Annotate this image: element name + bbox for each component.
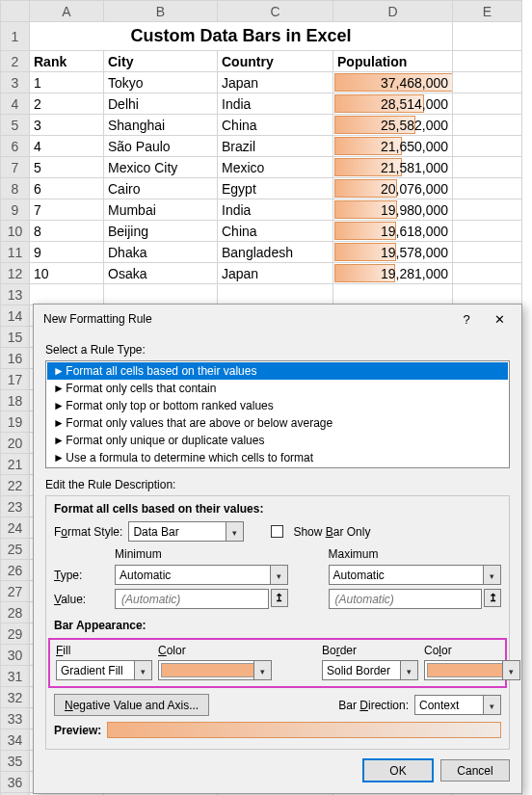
rule-type-item[interactable]: ► Format only cells that contain [47, 380, 508, 397]
cell[interactable] [453, 242, 522, 263]
row-header[interactable]: 32 [1, 687, 30, 708]
cell-population[interactable]: 19,980,000 [333, 199, 453, 221]
max-value-picker[interactable] [484, 589, 501, 607]
cell[interactable] [453, 157, 522, 178]
cell-city[interactable]: Mexico City [104, 157, 218, 178]
cell-city[interactable]: Cairo [104, 178, 218, 199]
cell-rank[interactable]: 3 [30, 115, 104, 136]
cell-country[interactable]: Egypt [218, 178, 333, 199]
cell[interactable] [453, 93, 522, 115]
cell-city[interactable]: Shanghai [104, 115, 218, 136]
row-header[interactable]: 7 [1, 157, 30, 178]
cell[interactable] [218, 284, 333, 305]
fill-combo[interactable]: Gradient Fill [56, 660, 152, 680]
cell[interactable] [453, 284, 522, 305]
cell[interactable] [453, 136, 522, 157]
min-type-combo[interactable]: Automatic [115, 565, 288, 585]
max-type-combo[interactable]: Automatic [329, 565, 502, 585]
cell[interactable] [453, 51, 522, 72]
cell-population[interactable]: 21,650,000 [333, 136, 453, 157]
cell-rank[interactable]: 9 [30, 242, 104, 263]
cell[interactable] [453, 115, 522, 136]
row-header[interactable]: 25 [1, 539, 30, 560]
help-button[interactable]: ? [450, 312, 483, 327]
row-header[interactable]: 4 [1, 93, 30, 115]
negative-value-axis-button[interactable]: Negative Value and Axis... [54, 694, 209, 716]
rule-type-item[interactable]: ► Use a formula to determine which cells… [47, 449, 508, 466]
cell-city[interactable]: Mumbai [104, 199, 218, 221]
cell[interactable] [453, 221, 522, 242]
cell-rank[interactable]: 4 [30, 136, 104, 157]
cell-city[interactable]: Beijing [104, 221, 218, 242]
row-header[interactable]: 34 [1, 729, 30, 751]
min-value-input[interactable] [115, 589, 269, 609]
cell-population[interactable]: 25,582,000 [333, 115, 453, 136]
cell-country[interactable]: Japan [218, 263, 333, 284]
min-value-picker[interactable] [271, 589, 288, 607]
row-header[interactable]: 17 [1, 369, 30, 390]
header-city[interactable]: City [104, 51, 218, 72]
row-header[interactable]: 36 [1, 772, 30, 793]
row-header[interactable]: 30 [1, 645, 30, 666]
row-header[interactable]: 18 [1, 390, 30, 411]
row-header[interactable]: 10 [1, 221, 30, 242]
cell-rank[interactable]: 10 [30, 263, 104, 284]
cell-country[interactable]: Mexico [218, 157, 333, 178]
cell-country[interactable]: Bangladesh [218, 242, 333, 263]
row-header[interactable]: 2 [1, 51, 30, 72]
rule-type-item[interactable]: ► Format only values that are above or b… [47, 414, 508, 432]
row-header[interactable]: 1 [1, 22, 30, 51]
select-all-cell[interactable] [1, 1, 30, 22]
row-header[interactable]: 21 [1, 454, 30, 475]
cell-city[interactable]: Osaka [104, 263, 218, 284]
close-button[interactable]: ✕ [483, 312, 516, 327]
col-header-e[interactable]: E [453, 1, 522, 22]
ok-button[interactable]: OK [363, 759, 433, 782]
cell-rank[interactable]: 2 [30, 93, 104, 115]
cell[interactable] [453, 199, 522, 221]
cell[interactable] [453, 178, 522, 199]
row-header[interactable]: 26 [1, 560, 30, 581]
cell-population[interactable]: 37,468,000 [333, 72, 453, 93]
rule-type-item[interactable]: ► Format all cells based on their values [47, 362, 508, 380]
cell-population[interactable]: 28,514,000 [333, 93, 453, 115]
header-country[interactable]: Country [218, 51, 333, 72]
row-header[interactable]: 12 [1, 263, 30, 284]
bar-direction-combo[interactable]: Context [414, 695, 501, 715]
row-header[interactable]: 20 [1, 433, 30, 454]
row-header[interactable]: 16 [1, 348, 30, 369]
header-population[interactable]: Population [333, 51, 453, 72]
cell-rank[interactable]: 8 [30, 221, 104, 242]
cell-population[interactable]: 21,581,000 [333, 157, 453, 178]
rule-type-item[interactable]: ► Format only unique or duplicate values [47, 432, 508, 449]
fill-color-combo[interactable] [158, 660, 272, 680]
row-header[interactable]: 3 [1, 72, 30, 93]
cell-population[interactable]: 20,076,000 [333, 178, 453, 199]
row-header[interactable]: 9 [1, 199, 30, 221]
col-header-a[interactable]: A [30, 1, 104, 22]
show-bar-only-checkbox[interactable] [271, 525, 283, 538]
cell-city[interactable]: Delhi [104, 93, 218, 115]
row-header[interactable]: 22 [1, 475, 30, 496]
cell-country[interactable]: China [218, 221, 333, 242]
cell[interactable] [453, 22, 522, 51]
cell-country[interactable]: India [218, 199, 333, 221]
row-header[interactable]: 15 [1, 327, 30, 348]
row-header[interactable]: 13 [1, 284, 30, 305]
cell-city[interactable]: São Paulo [104, 136, 218, 157]
dialog-titlebar[interactable]: New Formatting Rule ? ✕ [34, 305, 521, 333]
row-header[interactable]: 28 [1, 602, 30, 623]
row-header[interactable]: 24 [1, 517, 30, 539]
row-header[interactable]: 33 [1, 708, 30, 729]
cell[interactable] [30, 284, 104, 305]
row-header[interactable]: 14 [1, 305, 30, 327]
border-color-combo[interactable] [424, 660, 520, 680]
cell-population[interactable]: 19,578,000 [333, 242, 453, 263]
cell-country[interactable]: China [218, 115, 333, 136]
cell-population[interactable]: 19,618,000 [333, 221, 453, 242]
cell-rank[interactable]: 1 [30, 72, 104, 93]
row-header[interactable]: 23 [1, 496, 30, 517]
cell-country[interactable]: Brazil [218, 136, 333, 157]
cell-city[interactable]: Dhaka [104, 242, 218, 263]
cell-rank[interactable]: 5 [30, 157, 104, 178]
